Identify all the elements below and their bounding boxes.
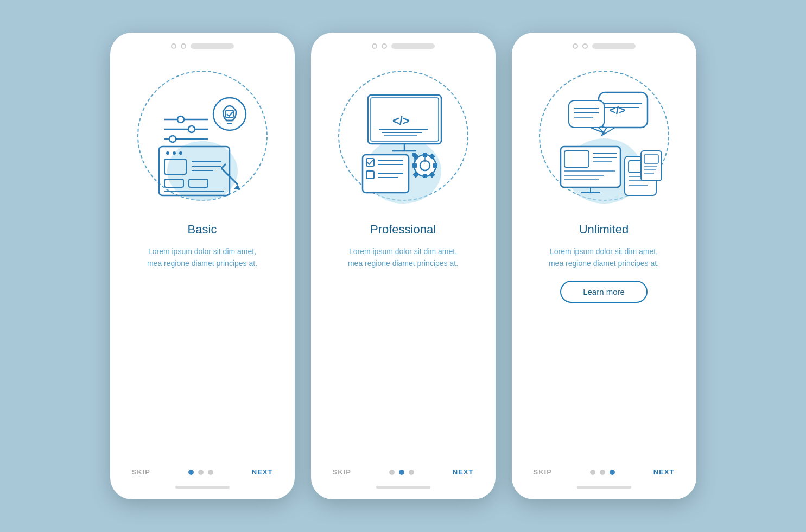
- svg-marker-12: [234, 185, 240, 190]
- professional-home-indicator: [376, 486, 430, 489]
- svg-point-3: [179, 151, 182, 155]
- professional-illustration: </>: [338, 71, 468, 201]
- professional-skip-button[interactable]: SKIP: [333, 468, 351, 476]
- svg-point-1: [166, 151, 169, 155]
- status-bar-line-unl: [592, 43, 636, 49]
- unlimited-description: Lorem ipsum dolor sit dim amet, mea regi…: [544, 245, 664, 270]
- unlimited-skip-button[interactable]: SKIP: [534, 468, 552, 476]
- status-bar-unlimited: [573, 43, 636, 49]
- svg-rect-44: [433, 163, 437, 168]
- dot-1-active: [188, 470, 194, 475]
- svg-text:</>: </>: [610, 104, 625, 116]
- svg-point-52: [423, 153, 427, 157]
- dot-2: [198, 470, 204, 475]
- unlimited-next-button[interactable]: NEXT: [653, 468, 675, 476]
- basic-home-indicator: [175, 486, 230, 489]
- svg-rect-9: [189, 179, 208, 187]
- svg-point-2: [173, 151, 176, 155]
- svg-point-41: [420, 161, 430, 170]
- basic-illustration: [137, 71, 268, 201]
- status-bar-professional: [372, 43, 435, 49]
- screens-container: Basic Lorem ipsum dolor sit dim amet, me…: [110, 33, 696, 499]
- phone-unlimited: </>: [512, 33, 696, 499]
- status-bar-line: [191, 43, 234, 49]
- professional-description: Lorem ipsum dolor sit dim amet, mea regi…: [344, 245, 463, 270]
- status-dot-1: [372, 43, 377, 49]
- professional-bottom-nav: SKIP NEXT: [333, 468, 474, 482]
- svg-point-21: [214, 99, 245, 129]
- status-dot-2: [181, 43, 186, 49]
- status-dot-1: [171, 43, 176, 49]
- basic-description: Lorem ipsum dolor sit dim amet, mea regi…: [143, 245, 262, 270]
- status-bar-line-pro: [391, 43, 435, 49]
- dot-3: [208, 470, 213, 475]
- basic-bottom-nav: SKIP NEXT: [132, 468, 273, 482]
- svg-rect-4: [164, 159, 186, 174]
- svg-rect-45: [412, 163, 417, 168]
- professional-next-button[interactable]: NEXT: [453, 468, 474, 476]
- phone-basic: Basic Lorem ipsum dolor sit dim amet, me…: [110, 33, 295, 499]
- dot-2: [600, 470, 605, 475]
- status-dot-1: [573, 43, 578, 49]
- unlimited-bottom-nav: SKIP NEXT: [534, 468, 675, 482]
- unlimited-icon-area: </>: [528, 54, 680, 217]
- svg-point-50: [412, 153, 416, 157]
- unlimited-dots: [590, 470, 615, 475]
- status-dot-2: [582, 43, 588, 49]
- unlimited-home-indicator: [577, 486, 631, 489]
- basic-icon-area: [126, 54, 278, 217]
- professional-icon-area: </>: [327, 54, 479, 217]
- basic-dots: [188, 470, 213, 475]
- svg-rect-59: [569, 100, 604, 128]
- professional-title: Professional: [370, 223, 436, 237]
- learn-more-button[interactable]: Learn more: [560, 281, 648, 303]
- dot-3-active: [610, 470, 615, 475]
- dot-1: [590, 470, 595, 475]
- basic-next-button[interactable]: NEXT: [252, 468, 273, 476]
- svg-text:</>: </>: [392, 114, 410, 128]
- unlimited-illustration: </>: [539, 71, 669, 201]
- svg-marker-63: [591, 128, 604, 133]
- status-dot-2: [382, 43, 387, 49]
- dot-2-active: [399, 470, 404, 475]
- svg-rect-8: [164, 179, 183, 187]
- unlimited-title: Unlimited: [579, 223, 629, 237]
- svg-point-19: [169, 136, 176, 142]
- phone-professional: </>: [311, 33, 496, 499]
- dot-1: [389, 470, 395, 475]
- dot-3: [409, 470, 414, 475]
- status-bar-basic: [171, 43, 234, 49]
- svg-point-17: [188, 126, 195, 132]
- basic-title: Basic: [188, 223, 217, 237]
- svg-point-15: [177, 116, 184, 123]
- professional-dots: [389, 470, 414, 475]
- svg-line-13: [221, 164, 226, 168]
- basic-skip-button[interactable]: SKIP: [132, 468, 150, 476]
- svg-rect-43: [423, 174, 427, 178]
